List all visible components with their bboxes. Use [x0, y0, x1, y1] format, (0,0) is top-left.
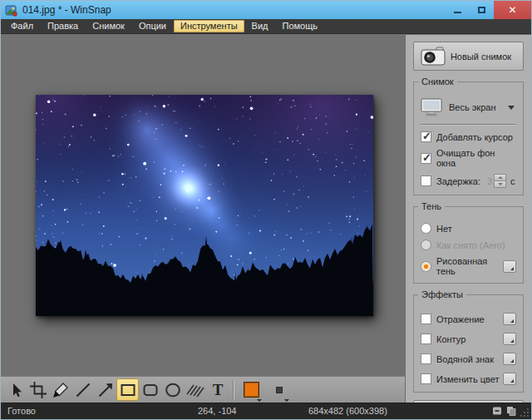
chevron-down-icon	[508, 106, 515, 110]
menu-options[interactable]: Опции	[132, 20, 173, 32]
shadow-aero-label: Как снято (Aero)	[436, 240, 505, 250]
delay-option[interactable]: Задержка: 3 с	[421, 174, 516, 188]
maximize-button[interactable]	[470, 1, 494, 19]
outline-options-button[interactable]	[503, 333, 516, 345]
spinner-up-button[interactable]	[494, 174, 506, 181]
menu-bar: Файл Правка Снимок Опции Инструменты Вид…	[1, 19, 531, 34]
outline-checkbox[interactable]	[421, 334, 431, 344]
maximize-icon	[478, 7, 485, 13]
window-title: 014.jpg * - WinSnap	[22, 4, 446, 16]
settings-panel: Новый снимок Снимок Весь экран	[405, 35, 531, 403]
crop-tool[interactable]	[27, 378, 49, 401]
minimize-button[interactable]	[446, 1, 470, 19]
outline-option[interactable]: Контур	[421, 333, 516, 345]
close-button[interactable]: ✕	[494, 1, 531, 19]
add-cursor-checkbox[interactable]	[421, 131, 431, 142]
status-bar: Готово 264, -104 684x482 (600x398)	[1, 403, 531, 419]
ellipse-icon	[164, 381, 182, 399]
snapshot-group: Снимок Весь экран Добавлять курсор	[413, 82, 524, 195]
snapshot-group-title: Снимок	[418, 77, 457, 86]
line-width-dropdown-caret	[284, 399, 289, 402]
night-sky-photo[interactable]	[36, 95, 373, 316]
svg-text:T: T	[212, 381, 223, 398]
rectangle-icon	[119, 381, 137, 399]
menu-capture[interactable]: Снимок	[86, 20, 131, 32]
shadow-drawn-option[interactable]: Рисованная тень	[421, 256, 516, 276]
line-width-icon	[276, 387, 283, 393]
watermark-checkbox[interactable]	[421, 353, 431, 364]
menu-help[interactable]: Помощь	[275, 20, 324, 32]
text-icon: T	[209, 381, 227, 399]
shadow-none-label: Нет	[436, 224, 452, 234]
resize-grip[interactable]	[520, 408, 530, 418]
shadow-aero-option: Как снято (Aero)	[421, 240, 516, 250]
spinner-down-button[interactable]	[494, 181, 506, 188]
watermark-options-button[interactable]	[503, 353, 516, 365]
select-tool[interactable]	[4, 378, 27, 401]
line-width-picker[interactable]	[268, 378, 290, 401]
ellipse-tool[interactable]	[161, 378, 184, 401]
delay-spinner[interactable]	[494, 174, 506, 188]
hatch-tool[interactable]	[184, 378, 206, 401]
capture-mode-select[interactable]: Весь экран	[421, 98, 516, 116]
rectangle-tool[interactable]	[116, 378, 139, 401]
colorize-checkbox[interactable]	[421, 373, 431, 384]
line-tool[interactable]	[71, 378, 94, 401]
reflection-options-button[interactable]	[503, 313, 516, 325]
pen-icon	[52, 381, 70, 399]
canvas-area[interactable]	[1, 35, 405, 376]
copy-status-icon[interactable]	[506, 406, 516, 416]
rounded-rectangle-tool[interactable]	[139, 378, 161, 401]
delay-checkbox[interactable]	[421, 175, 431, 186]
cursor-icon	[7, 381, 25, 399]
winsnap-window: 014.jpg * - WinSnap ✕ Файл Правка Снимок…	[0, 0, 532, 420]
text-tool[interactable]: T	[206, 378, 229, 401]
hatch-icon	[186, 381, 204, 399]
swatch-dropdown-caret	[257, 399, 262, 402]
reflection-label: Отражение	[436, 314, 485, 324]
monitor-status-icon[interactable]	[492, 406, 502, 416]
menu-edit[interactable]: Правка	[41, 20, 85, 32]
status-dimensions: 684x482 (600x398)	[308, 406, 387, 416]
toolbar-separator	[233, 381, 234, 399]
close-icon: ✕	[508, 4, 516, 16]
clear-background-label: Очищать фон окна	[436, 148, 516, 168]
clear-background-option[interactable]: Очищать фон окна	[421, 148, 516, 168]
camera-icon	[421, 47, 446, 66]
title-bar: 014.jpg * - WinSnap ✕	[1, 1, 531, 19]
clear-background-checkbox[interactable]	[421, 153, 431, 164]
new-snapshot-button[interactable]: Новый снимок	[413, 42, 524, 71]
group-separator	[421, 124, 516, 126]
add-cursor-option[interactable]: Добавлять курсор	[421, 131, 516, 142]
colorize-label: Изменить цвет	[436, 374, 500, 384]
color-swatch-picker[interactable]	[240, 378, 263, 401]
arrow-icon	[96, 381, 115, 399]
menu-file[interactable]: Файл	[4, 20, 40, 32]
shadow-none-option[interactable]: Нет	[421, 223, 516, 234]
shadow-none-radio[interactable]	[421, 223, 431, 234]
arrow-tool[interactable]	[94, 378, 116, 401]
pen-tool[interactable]	[49, 378, 71, 401]
effects-group: Эффекты Отражение Контур Водяной знак	[413, 294, 524, 393]
shadow-options-button[interactable]	[503, 260, 516, 273]
drawing-toolbar: T	[1, 376, 405, 403]
delay-value: 3	[480, 176, 492, 186]
status-cursor-position: 264, -104	[198, 406, 236, 416]
app-icon	[5, 4, 17, 17]
add-cursor-label: Добавлять курсор	[436, 132, 513, 142]
reflection-checkbox[interactable]	[421, 314, 431, 324]
watermark-option[interactable]: Водяной знак	[421, 353, 516, 365]
crop-icon	[29, 381, 47, 399]
colorize-option[interactable]: Изменить цвет	[421, 373, 516, 385]
menu-view[interactable]: Вид	[245, 20, 275, 32]
minimize-icon	[454, 12, 461, 13]
reflection-option[interactable]: Отражение	[421, 313, 516, 325]
shadow-drawn-radio[interactable]	[421, 261, 431, 272]
captured-image[interactable]	[36, 95, 373, 316]
color-swatch-icon	[244, 382, 259, 398]
status-state: Готово	[7, 406, 36, 416]
colorize-options-button[interactable]	[503, 373, 516, 385]
line-icon	[74, 381, 92, 399]
new-snapshot-label: Новый снимок	[446, 52, 516, 62]
menu-tools[interactable]: Инструменты	[174, 20, 244, 32]
